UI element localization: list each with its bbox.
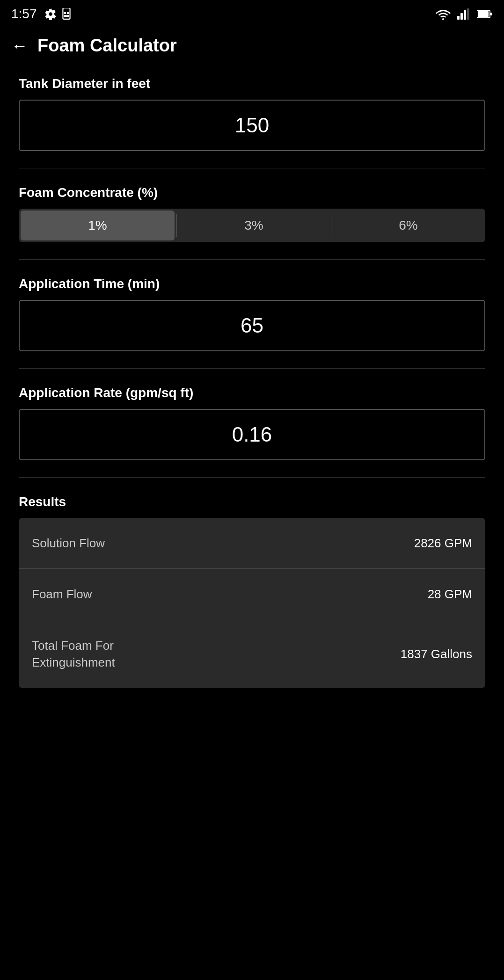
divider-2 [19, 259, 485, 260]
svg-rect-10 [478, 11, 489, 17]
page-title: Foam Calculator [37, 36, 177, 56]
application-time-section: Application Time (min) [19, 276, 485, 351]
status-right [436, 8, 493, 20]
application-rate-section: Application Rate (gpm/sq ft) [19, 385, 485, 460]
results-section: Results Solution Flow 2826 GPM Foam Flow… [19, 494, 485, 688]
segment-1-percent[interactable]: 1% [21, 211, 175, 240]
solution-flow-label: Solution Flow [32, 535, 405, 552]
battery-icon [477, 9, 493, 19]
results-label: Results [19, 494, 485, 509]
result-row-total-foam: Total Foam ForExtinguishment 1837 Gallon… [19, 620, 485, 688]
application-time-label: Application Time (min) [19, 276, 485, 291]
segment-3-percent[interactable]: 3% [177, 209, 331, 242]
tank-diameter-input[interactable] [19, 100, 485, 151]
foam-flow-value: 28 GPM [428, 587, 472, 602]
divider-3 [19, 368, 485, 369]
foam-concentrate-selector[interactable]: 1% 3% 6% [19, 209, 485, 242]
svg-rect-1 [64, 12, 66, 14]
tank-diameter-section: Tank Diameter in feet [19, 76, 485, 151]
solution-flow-value: 2826 GPM [414, 536, 472, 551]
results-table: Solution Flow 2826 GPM Foam Flow 28 GPM … [19, 518, 485, 688]
foam-concentrate-section: Foam Concentrate (%) 1% 3% 6% [19, 185, 485, 242]
status-icons [44, 8, 72, 20]
result-row-solution-flow: Solution Flow 2826 GPM [19, 518, 485, 569]
status-left: 1:57 [11, 7, 72, 22]
signal-icon [457, 8, 470, 20]
svg-rect-5 [457, 16, 460, 20]
divider-1 [19, 168, 485, 168]
total-foam-value: 1837 Gallons [401, 647, 472, 661]
settings-icon [44, 8, 57, 20]
total-foam-label: Total Foam ForExtinguishment [32, 637, 391, 671]
foam-concentrate-label: Foam Concentrate (%) [19, 185, 485, 200]
status-bar: 1:57 [0, 0, 504, 26]
header: ← Foam Calculator [0, 26, 504, 67]
wifi-icon [436, 8, 451, 20]
application-rate-input[interactable] [19, 409, 485, 460]
sim-icon [61, 8, 72, 20]
status-time: 1:57 [11, 7, 37, 22]
svg-rect-2 [67, 12, 69, 14]
content: Tank Diameter in feet Foam Concentrate (… [0, 67, 504, 707]
result-row-foam-flow: Foam Flow 28 GPM [19, 569, 485, 620]
tank-diameter-label: Tank Diameter in feet [19, 76, 485, 91]
svg-point-4 [442, 18, 444, 20]
back-button[interactable]: ← [11, 37, 28, 54]
svg-rect-8 [467, 8, 469, 20]
svg-rect-7 [464, 10, 466, 20]
application-rate-label: Application Rate (gpm/sq ft) [19, 385, 485, 400]
divider-4 [19, 477, 485, 478]
application-time-input[interactable] [19, 300, 485, 351]
svg-rect-3 [64, 15, 69, 17]
foam-flow-label: Foam Flow [32, 586, 418, 603]
svg-rect-6 [460, 13, 463, 20]
segment-6-percent[interactable]: 6% [331, 209, 485, 242]
svg-rect-11 [490, 13, 492, 15]
